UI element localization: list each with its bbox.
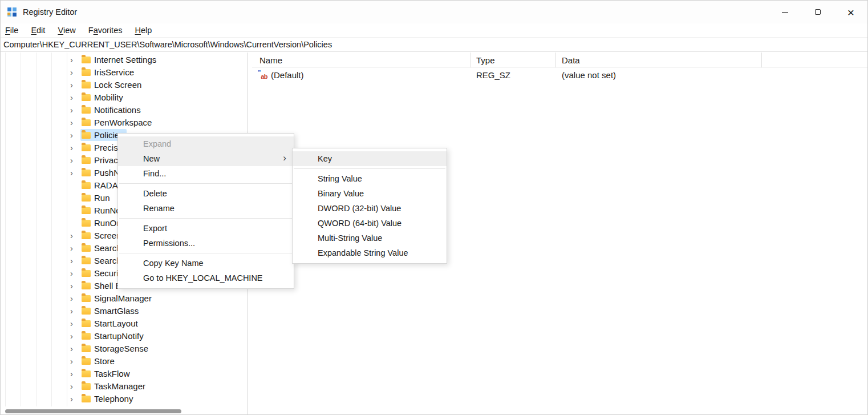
maximize-button[interactable] [801, 1, 834, 23]
chevron-right-icon[interactable]: › [70, 294, 80, 303]
menubar-item-accelerator: V [58, 26, 63, 35]
minimize-button[interactable] [768, 1, 801, 23]
chevron-right-icon[interactable]: › [70, 118, 80, 127]
context-menu-item[interactable]: Find... [118, 166, 294, 181]
context-menu: Expand New › Find... Delete Rename [117, 133, 294, 289]
context-menu-item[interactable]: Expand [118, 136, 294, 151]
context-menu-item[interactable]: Delete [118, 186, 294, 201]
menu-item-label: Export [143, 224, 167, 233]
chevron-right-icon[interactable]: › [70, 357, 80, 365]
tree-item[interactable]: › SignalManager [1, 292, 248, 304]
tree-item[interactable]: › SmartGlass [1, 304, 248, 317]
submenu-item[interactable]: Key [293, 151, 447, 166]
chevron-right-icon[interactable]: › [70, 382, 80, 390]
chevron-right-icon[interactable]: › [70, 319, 80, 328]
tree-item-label: IrisService [94, 67, 134, 77]
tree-item-label: Store [94, 356, 115, 366]
chevron-right-icon[interactable]: › [70, 394, 80, 403]
tree-item-content: Run [80, 192, 113, 204]
submenu-item[interactable]: DWORD (32-bit) Value [293, 201, 447, 216]
chevron-right-icon[interactable]: › [70, 256, 80, 265]
tree-item-label: SignalManager [94, 293, 152, 303]
tree-item-label: Telephony [94, 394, 133, 404]
column-header[interactable]: Type [470, 53, 556, 67]
submenu-item-label: Key [318, 154, 332, 163]
context-menu-item[interactable]: Copy Key Name [118, 256, 294, 271]
tree-item[interactable]: › PenWorkspace [1, 116, 248, 128]
chevron-right-icon[interactable]: › [70, 281, 80, 290]
chevron-right-icon[interactable]: › [70, 269, 80, 277]
chevron-right-icon[interactable]: › [70, 55, 80, 64]
chevron-right-icon[interactable]: › [70, 168, 80, 177]
tree-item[interactable]: › StartLayout [1, 317, 248, 329]
chevron-right-icon[interactable]: › [70, 244, 80, 252]
chevron-right-icon[interactable]: › [70, 307, 80, 315]
context-menu-item[interactable]: New › [118, 151, 294, 166]
string-value-icon: ab [257, 71, 267, 79]
chevron-right-icon[interactable]: › [70, 156, 80, 164]
tree-item[interactable]: › StartupNotify [1, 329, 248, 342]
tree-item-content: Internet Settings [80, 54, 159, 66]
chevron-right-icon[interactable]: › [70, 68, 80, 76]
chevron-right-icon[interactable]: › [70, 80, 80, 89]
submenu-item[interactable]: Multi-String Value [293, 231, 447, 245]
submenu-item[interactable]: String Value [293, 171, 447, 186]
folder-icon [82, 257, 91, 264]
column-header[interactable]: Name [252, 53, 470, 67]
tree-item[interactable]: › Lock Screen [1, 78, 248, 91]
context-menu-item[interactable]: Permissions... [118, 236, 294, 251]
window-title: Registry Editor [23, 7, 77, 17]
column-header[interactable]: Data [556, 53, 762, 67]
chevron-right-icon[interactable]: › [70, 93, 80, 102]
tree-item[interactable]: › TaskManager [1, 380, 248, 392]
tree-item[interactable]: › Store [1, 354, 248, 367]
menubar-item[interactable]: Edit [25, 23, 51, 37]
tree-item[interactable]: › Telephony [1, 392, 248, 405]
folder-icon [82, 383, 91, 390]
menu-item-label: New [143, 154, 160, 163]
submenu-item[interactable]: Expandable String Value [293, 245, 447, 260]
tree-item-label: Internet Settings [94, 55, 156, 65]
tree-item-label: SmartGlass [94, 306, 139, 316]
chevron-right-icon[interactable]: › [70, 143, 80, 152]
chevron-right-icon[interactable]: › [70, 332, 80, 340]
menubar-item[interactable]: Favorites [82, 23, 129, 37]
close-button[interactable]: × [834, 1, 867, 23]
tree-item-content: Mobility [80, 91, 126, 103]
submenu-item[interactable]: Binary Value [293, 186, 447, 201]
tree-item-label: Mobility [94, 92, 123, 102]
tree-item[interactable]: › StorageSense [1, 342, 248, 354]
tree-item[interactable]: › Internet Settings [1, 53, 248, 66]
menubar-item-label-post: ile [10, 26, 19, 35]
context-menu-item[interactable]: Rename [118, 201, 294, 216]
chevron-right-icon[interactable]: › [70, 106, 80, 114]
tree-item[interactable]: › IrisService [1, 66, 248, 78]
window-controls: × [768, 1, 867, 23]
chevron-right-icon[interactable]: › [70, 131, 80, 139]
menubar-item-accelerator: a [94, 26, 98, 35]
folder-icon [82, 220, 91, 227]
chevron-right-icon[interactable]: › [70, 231, 80, 240]
tree-item-content: StartLayout [80, 317, 141, 329]
menubar-item[interactable]: Help [128, 23, 158, 37]
folder-icon [82, 69, 91, 76]
chevron-right-icon[interactable]: › [70, 369, 80, 378]
tree-item[interactable]: › Mobility [1, 91, 248, 103]
menu-item-label: Go to HKEY_LOCAL_MACHINE [143, 273, 263, 283]
submenu-item[interactable]: QWORD (64-bit) Value [293, 216, 447, 231]
chevron-right-icon[interactable]: › [70, 344, 80, 353]
submenu-arrow-icon: › [283, 152, 286, 164]
menu-item-label: Copy Key Name [143, 259, 204, 268]
value-row[interactable]: ab (Default) REG_SZ (value not set) [252, 68, 867, 82]
title-bar: Registry Editor × [1, 1, 867, 23]
context-menu-item[interactable]: Export [118, 221, 294, 236]
menubar-item[interactable]: View [51, 23, 82, 37]
horizontal-scrollbar-thumb[interactable] [5, 409, 181, 413]
tree-item[interactable]: › Notifications [1, 103, 248, 116]
menubar-item[interactable]: File [1, 23, 25, 37]
tree-item[interactable]: › TaskFlow [1, 367, 248, 380]
context-menu-item[interactable]: Go to HKEY_LOCAL_MACHINE [118, 271, 294, 285]
address-bar[interactable]: Computer\HKEY_CURRENT_USER\Software\Micr… [1, 38, 867, 52]
tree-item-content: Notifications [80, 104, 144, 116]
value-type-cell: REG_SZ [470, 70, 556, 80]
